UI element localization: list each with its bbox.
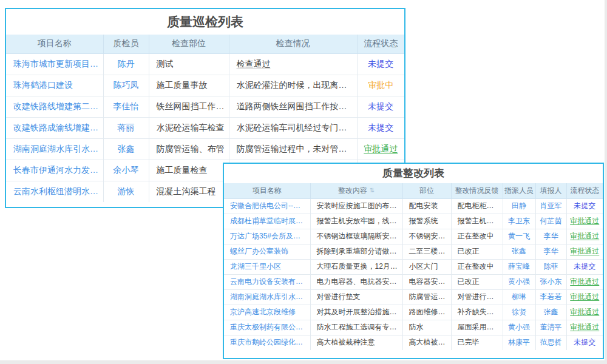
project-name-link[interactable]: 重庆市鹅岭公园绿化景观提升... [224,335,310,350]
rectification-feedback: 正在整改中 [451,259,503,274]
inspector-name[interactable]: 陈巧凤 [103,75,149,96]
rectification-table-title: 质量整改列表 [224,164,603,183]
table-row: 湖南洞庭湖水库引水工程施工I标对管进行垫支防腐管运输...对管进行垫支柳琳李若若… [224,289,603,305]
reporter-name[interactable]: 李华 [535,244,566,259]
reporter-name[interactable]: 张小东 [535,274,566,289]
rectification-part: 路面维修检... [402,305,451,320]
rectification-content: 对其及时开展整治措施，桥头... [310,305,402,320]
rectification-feedback: 补齐缺失标志... [451,305,503,320]
header-inspection-situation: 检查情况 [229,35,357,53]
reporter-name[interactable]: 李华 [535,229,566,244]
workflow-status[interactable]: 审批通过 [566,214,603,229]
table-row: 龙湖三千里小区大理石质量更换，12月31日之...小区大门正在整改中薛宝峰陈菲未… [224,259,603,274]
reporter-name[interactable]: 张鑫 [535,305,566,320]
header-inspector: 质检员 [103,35,149,53]
rectification-content: 对管进行垫支 [310,289,402,305]
rectification-part: 配电安装 [402,198,451,214]
rectification-content: 防水工程施工选调有专业资质... [310,320,402,335]
header-rectification-content[interactable]: 整改内容 [310,183,402,198]
inspector-name[interactable]: 余小琴 [103,160,149,181]
project-name-link[interactable]: 改建铁路成渝线增建第... [6,117,103,138]
project-name-link[interactable]: 重庆太极制药有限公司亳州中... [224,320,310,335]
inspector-name[interactable]: 游恢 [103,181,149,202]
rectification-content: 拆除到承重墙部分请做好加固... [310,244,402,259]
workflow-status[interactable]: 审批通过 [566,244,603,259]
rectification-part: 高大植被栽种 [402,335,451,350]
rectification-feedback: 配电柜柜体与... [451,198,503,214]
rectification-feedback: 正在整改中 [451,229,503,244]
rectification-content: 不锈钢边框玻璃隔断安装不牢... [310,229,402,244]
assignee-name[interactable]: 李卫东 [503,214,535,229]
reporter-name[interactable]: 肖亚军 [535,198,566,214]
assignee-name[interactable]: 黄小强 [503,320,535,335]
rectification-header-row: 项目名称 整改内容 部位 整改情况反馈 指派人员 填报人 流程状态 [224,183,603,198]
rectification-part: 小区大门 [402,259,451,274]
inspector-name[interactable]: 张鑫 [103,138,149,160]
reporter-name[interactable]: 董清平 [535,320,566,335]
workflow-status[interactable]: 审批通过 [566,305,603,320]
reporter-name[interactable]: 何芷茵 [535,214,566,229]
project-name-link[interactable]: 湖南洞庭湖水库引水工程施工I标 [224,289,310,305]
workflow-status: 未提交 [566,259,603,274]
workflow-status[interactable]: 审批通过 [566,229,603,244]
inspection-situation: 道路两侧铁丝网围挡工作按设计... [229,96,357,117]
rectification-feedback: 已完毕 [451,335,503,350]
project-name-link[interactable]: 螺丝厂办公室装饰 [224,244,310,259]
page-edge-shadow-right [605,0,607,364]
inspector-name[interactable]: 李佳怡 [103,96,149,117]
workflow-status[interactable]: 审批通过 [566,289,603,305]
workflow-status: 未提交 [357,117,404,138]
project-name-link[interactable]: 湖南洞庭湖水库引水工... [6,138,103,160]
table-row: 成都杜甫草堂临时展厅独立展...报警主机安放牢固，线缆连接...报警系统报警主机… [224,214,603,229]
assignee-name[interactable]: 柳琳 [503,289,535,305]
reporter-name[interactable]: 陈菲 [535,259,566,274]
inspection-table-title: 质量巡检列表 [6,9,404,35]
assignee-name[interactable]: 徐贤 [503,305,535,320]
reporter-name[interactable]: 李若若 [535,289,566,305]
workflow-status[interactable]: 审批通过 [566,274,603,289]
rectification-feedback: 屋面采用聚氨... [451,320,503,335]
rectification-content: 大理石质量更换，12月31日之... [310,259,402,274]
assignee-name[interactable]: 张鑫 [503,244,535,259]
project-name-link[interactable]: 云南电力设备安装有限公司20... [224,274,310,289]
project-name-link[interactable]: 珠海市城市更新项目紫... [6,53,103,75]
inspection-part: 水泥砼运输车检查 [149,117,229,138]
table-row: 珠海市城市更新项目紫...陈丹测试检查通过未提交 [6,53,404,75]
workflow-status: 未提交 [357,53,404,75]
assignee-name[interactable]: 林康平 [503,335,535,350]
rectification-feedback: 已改正 [451,244,503,259]
project-name-link[interactable]: 安徽合肥供电公司--配电设备... [224,198,310,214]
workflow-status[interactable]: 审批通过 [357,138,404,160]
rectification-content: 高大植被栽种注意 [310,335,402,350]
header-project-name: 项目名称 [224,183,310,198]
project-name-link[interactable]: 云南水利枢纽潜明水库... [6,181,103,202]
reporter-name[interactable]: 范思哲 [535,335,566,350]
rectification-part: 防水 [402,320,451,335]
assignee-name[interactable]: 黄小强 [503,274,535,289]
header-feedback: 整改情况反馈 [451,183,503,198]
project-name-link[interactable]: 成都杜甫草堂临时展厅独立展... [224,214,310,229]
project-name-link[interactable]: 珠海鹤港口建设 [6,75,103,96]
sort-icon[interactable] [370,187,375,194]
project-name-link[interactable]: 龙湖三千里小区 [224,259,310,274]
inspector-name[interactable]: 蒋丽 [103,117,149,138]
table-row: 螺丝厂办公室装饰拆除到承重墙部分请做好加固...二至三楼混...已改正张鑫李华审… [224,244,603,259]
inspector-name[interactable]: 陈丹 [103,53,149,75]
workflow-status: 未提交 [566,335,603,350]
inspection-situation: 检查通过 [229,53,357,75]
table-row: 重庆太极制药有限公司亳州中...防水工程施工选调有专业资质...防水屋面采用聚氨… [224,320,603,335]
header-rectification-content-label: 整改内容 [338,186,367,195]
rectification-part: 二至三楼混... [402,244,451,259]
table-row: 改建铁路线增建第二线...李佳怡铁丝网围挡工作检查道路两侧铁丝网围挡工作按设计.… [6,96,404,117]
table-row: 万达广场35#会所及咖啡厅空...不锈钢边框玻璃隔断安装不牢...不锈钢安装..… [224,229,603,244]
assignee-name[interactable]: 田静 [503,198,535,214]
workflow-status[interactable]: 审批通过 [566,320,603,335]
assignee-name[interactable]: 黄一飞 [503,229,535,244]
project-name-link[interactable]: 京沪高速北京段维修 [224,305,310,320]
project-name-link[interactable]: 万达广场35#会所及咖啡厅空... [224,229,310,244]
table-row: 改建铁路成渝线增建第...蒋丽水泥砼运输车检查水泥砼运输车司机经过专门培训...… [6,117,404,138]
project-name-link[interactable]: 长春市伊通河水力发电... [6,160,103,181]
assignee-name[interactable]: 薛宝峰 [503,259,535,274]
project-name-link[interactable]: 改建铁路线增建第二线... [6,96,103,117]
rectification-content: 电力电容器、电抗器安装方案,... [310,274,402,289]
